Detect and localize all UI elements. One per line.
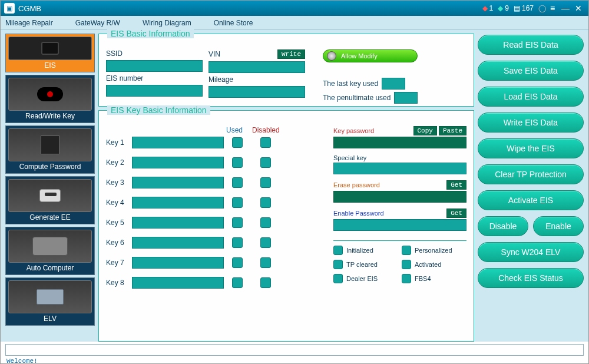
- eis-basic-info-panel: EIS Basic Information SSID EIS number VI…: [98, 34, 474, 107]
- used-checkbox[interactable]: [232, 157, 243, 168]
- mileage-field[interactable]: [209, 86, 305, 98]
- copy-button[interactable]: Copy: [413, 126, 437, 135]
- key-icon: [8, 78, 92, 111]
- key-value-field[interactable]: [132, 277, 224, 289]
- disabled-checkbox[interactable]: [260, 177, 271, 188]
- key-value-field[interactable]: [132, 157, 224, 168]
- used-checkbox[interactable]: [232, 137, 243, 148]
- sidebar-label: Auto Computer: [27, 264, 74, 272]
- enable-password-field[interactable]: [333, 219, 466, 231]
- last-key-field: [382, 78, 405, 90]
- sync-elv-button[interactable]: Sync W204 ELV: [478, 242, 584, 262]
- used-checkbox[interactable]: [232, 237, 243, 248]
- used-checkbox[interactable]: [232, 177, 243, 188]
- write-vin-button[interactable]: Write: [277, 49, 305, 59]
- menu-icon[interactable]: ≡: [546, 4, 559, 13]
- disabled-checkbox[interactable]: [260, 137, 271, 148]
- key-list: Used Disabled Key 1 Key 2 Key 3 Key 4 Ke…: [106, 126, 327, 335]
- flag-checkbox[interactable]: [333, 246, 343, 255]
- sidebar-item-read-write-key[interactable]: Read/Write Key: [5, 75, 95, 123]
- titlebar: ▣ CGMB ◆1 ◆9 ▤167 ◯ ≡ — ✕: [1, 1, 588, 16]
- used-checkbox[interactable]: [232, 217, 243, 228]
- panel-legend: EIS Key Basic Information: [107, 105, 210, 115]
- minimize-button[interactable]: —: [559, 4, 572, 13]
- used-checkbox[interactable]: [232, 197, 243, 208]
- menu-online-store[interactable]: Online Store: [214, 19, 253, 27]
- key-row: Key 3: [106, 177, 327, 188]
- flag-checkbox[interactable]: [402, 274, 411, 283]
- key-value-field[interactable]: [132, 177, 224, 188]
- ssid-field[interactable]: [106, 60, 203, 72]
- disabled-checkbox[interactable]: [260, 277, 271, 288]
- get-erase-button[interactable]: Get: [446, 180, 466, 190]
- status-flags: Initialized Personalized TP cleared Acti…: [333, 240, 466, 283]
- paste-button[interactable]: Paste: [439, 126, 466, 135]
- key-value-field[interactable]: [132, 217, 224, 229]
- key-value-field[interactable]: [132, 197, 224, 209]
- special-key-field[interactable]: [333, 163, 466, 174]
- sidebar-item-elv[interactable]: ELV: [5, 277, 95, 326]
- key-password-field[interactable]: [333, 137, 466, 148]
- elv-icon: [8, 280, 92, 313]
- disabled-checkbox[interactable]: [260, 157, 271, 168]
- write-eis-button[interactable]: Write EIS Data: [478, 112, 584, 133]
- disable-button[interactable]: Disable: [478, 216, 528, 236]
- disabled-checkbox[interactable]: [260, 237, 271, 248]
- menu-wiring-diagram[interactable]: Wiring Diagram: [143, 19, 191, 27]
- used-checkbox[interactable]: [232, 257, 243, 268]
- get-enable-button[interactable]: Get: [446, 209, 466, 218]
- main-area: EIS Read/Write Key Compute Password Gene…: [1, 30, 588, 342]
- enable-button[interactable]: Enable: [533, 216, 584, 236]
- key-row: Key 7: [106, 257, 327, 269]
- app-title: CGMB: [18, 4, 478, 13]
- read-eis-button[interactable]: Read EIS Data: [478, 35, 584, 55]
- load-eis-button[interactable]: Load EIS Data: [478, 87, 584, 107]
- key-value-field[interactable]: [132, 137, 224, 148]
- save-eis-button[interactable]: Save EIS Data: [478, 61, 584, 81]
- enable-password-label: Enable Password: [333, 210, 384, 217]
- check-status-button[interactable]: Check EIS Status: [478, 268, 584, 288]
- sidebar-item-generate-ee[interactable]: Generate EE: [5, 176, 95, 224]
- key-value-field[interactable]: [132, 257, 224, 269]
- used-checkbox[interactable]: [232, 277, 243, 288]
- key-password-label: Key password: [333, 127, 374, 134]
- activate-eis-button[interactable]: Activate EIS: [478, 190, 584, 210]
- mileage-label: Mileage: [209, 75, 305, 84]
- sidebar-item-eis[interactable]: EIS: [5, 34, 95, 72]
- status-bar: Welcome!: [1, 356, 588, 364]
- ssid-label: SSID: [106, 49, 203, 58]
- flag-checkbox[interactable]: [402, 246, 411, 255]
- disabled-checkbox[interactable]: [260, 257, 271, 268]
- action-buttons: Read EIS Data Save EIS Data Load EIS Dat…: [478, 34, 584, 342]
- erase-password-label: Erase password: [333, 181, 380, 188]
- allow-modify-toggle[interactable]: Allow Modify: [323, 49, 418, 62]
- sidebar-label: Compute Password: [19, 163, 81, 171]
- menu-mileage-repair[interactable]: Mileage Repair: [5, 19, 53, 27]
- flag-checkbox[interactable]: [333, 274, 343, 283]
- vin-field[interactable]: [209, 61, 305, 73]
- panel-legend: EIS Basic Information: [107, 29, 194, 38]
- flag-checkbox[interactable]: [402, 260, 411, 269]
- gem-teal-stat: ◆9: [498, 4, 509, 12]
- eis-number-field[interactable]: [106, 85, 203, 97]
- sidebar-item-compute-password[interactable]: Compute Password: [5, 125, 95, 174]
- cpu-icon: [8, 128, 92, 161]
- wipe-eis-button[interactable]: Wipe the EIS: [478, 138, 584, 158]
- vin-label: VIN: [209, 50, 220, 58]
- clear-tp-button[interactable]: Clear TP Protection: [478, 164, 584, 184]
- center-panels: EIS Basic Information SSID EIS number VI…: [98, 34, 474, 342]
- printer-icon: [8, 179, 92, 212]
- key-value-field[interactable]: [132, 237, 224, 249]
- sidebar-item-auto-computer[interactable]: Auto Computer: [5, 227, 95, 275]
- command-input[interactable]: [5, 344, 584, 356]
- disabled-checkbox[interactable]: [260, 197, 271, 208]
- counter-stat: ▤167: [514, 4, 534, 12]
- erase-password-field[interactable]: [333, 191, 466, 203]
- flag-checkbox[interactable]: [333, 260, 343, 269]
- disabled-checkbox[interactable]: [260, 217, 271, 228]
- menu-gateway-rw[interactable]: GateWay R/W: [75, 19, 120, 27]
- eis-number-label: EIS number: [106, 74, 203, 82]
- key-row: Key 2: [106, 157, 327, 168]
- gem-red-stat: ◆1: [482, 4, 494, 12]
- close-button[interactable]: ✕: [572, 4, 585, 13]
